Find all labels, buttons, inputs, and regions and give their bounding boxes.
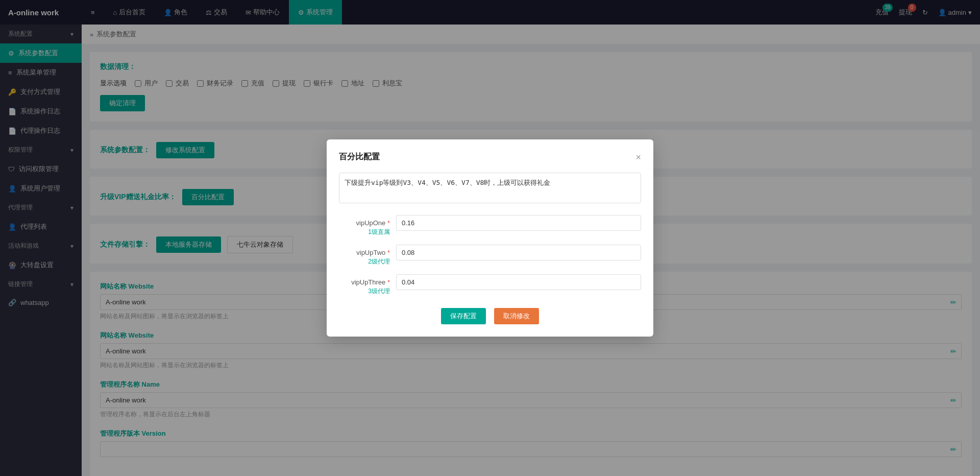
cancel-modify-button[interactable]: 取消修改 [494,308,539,324]
modal-field-vipUpTwo: vipUpTwo * 2级代理 [339,245,641,266]
field-label-vipUpTwo: vipUpTwo * [339,245,390,256]
modal-overlay[interactable]: 百分比配置 × 下级提升vip等级到V3、V4、V5、V6、V7、V8时，上级可… [0,0,980,476]
field-sublabel-vipUpTwo: 2级代理 [339,257,390,266]
field-label-vipUpOne: vipUpOne * [339,215,390,227]
modal-description-input[interactable]: 下级提升vip等级到V3、V4、V5、V6、V7、V8时，上级可以获得礼金 [339,173,641,203]
modal-field-vipUpOne: vipUpOne * 1级直属 [339,215,641,236]
field-sublabel-vipUpOne: 1级直属 [339,228,390,236]
field-sublabel-vipUpThree: 3级代理 [339,287,390,296]
modal-header: 百分比配置 × [339,152,641,162]
modal-field-vipUpThree: vipUpThree * 3级代理 [339,274,641,296]
modal-title: 百分比配置 [339,152,380,162]
modal-footer: 保存配置 取消修改 [339,308,641,324]
save-config-button[interactable]: 保存配置 [441,308,486,324]
field-input-vipUpThree[interactable] [396,274,641,290]
field-input-vipUpTwo[interactable] [396,245,641,260]
field-input-vipUpOne[interactable] [396,215,641,231]
percentage-config-modal: 百分比配置 × 下级提升vip等级到V3、V4、V5、V6、V7、V8时，上级可… [327,139,653,337]
field-label-vipUpThree: vipUpThree * [339,274,390,286]
modal-close-button[interactable]: × [635,153,641,162]
